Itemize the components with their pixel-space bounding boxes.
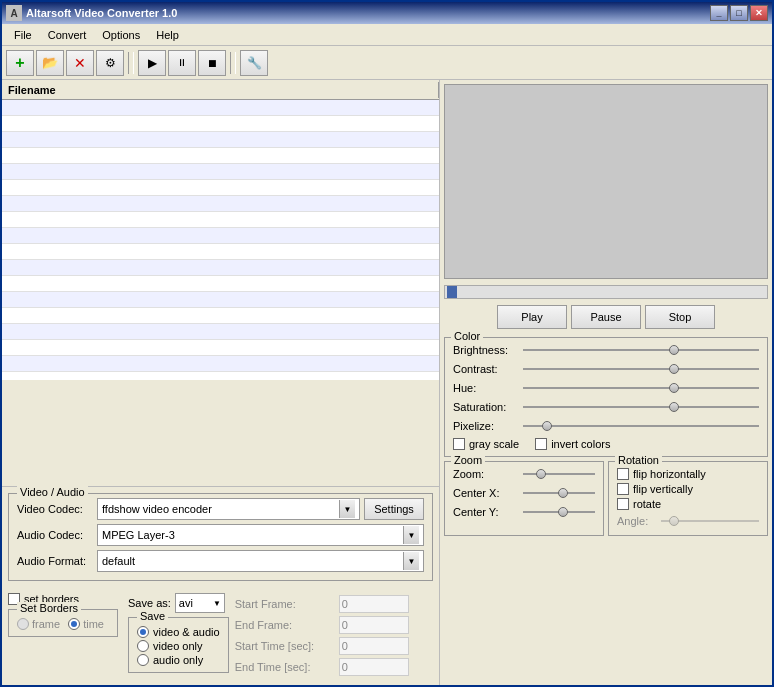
- flip-h-option: flip horizontally: [617, 468, 759, 480]
- menu-file[interactable]: File: [6, 27, 40, 43]
- time-radio[interactable]: [68, 618, 80, 630]
- pixelize-thumb[interactable]: [542, 421, 552, 431]
- invert-checkbox[interactable]: [535, 438, 547, 450]
- stop-button[interactable]: Stop: [645, 305, 715, 329]
- list-item: [2, 212, 439, 228]
- list-item: [2, 260, 439, 276]
- angle-slider[interactable]: [661, 513, 759, 529]
- grayscale-checkbox[interactable]: [453, 438, 465, 450]
- angle-row: Angle:: [617, 513, 759, 529]
- save-as-value: avi: [179, 597, 193, 609]
- toolbar-separator-2: [230, 52, 236, 74]
- list-item: [2, 164, 439, 180]
- video-only-radio[interactable]: [137, 640, 149, 652]
- brightness-thumb[interactable]: [669, 345, 679, 355]
- video-audio-option-label: video & audio: [153, 626, 220, 638]
- zoom-section: Zoom Zoom: Center X:: [444, 461, 604, 536]
- center-x-thumb[interactable]: [558, 488, 568, 498]
- frame-radio[interactable]: [17, 618, 29, 630]
- grayscale-label: gray scale: [469, 438, 519, 450]
- saturation-slider[interactable]: [523, 399, 759, 415]
- video-codec-arrow[interactable]: ▼: [339, 500, 355, 518]
- pixelize-label: Pixelize:: [453, 420, 523, 432]
- toolbar-stop-button[interactable]: ⏹: [198, 50, 226, 76]
- hue-thumb[interactable]: [669, 383, 679, 393]
- audio-format-arrow[interactable]: ▼: [403, 552, 419, 570]
- color-checkboxes: gray scale invert colors: [453, 438, 759, 450]
- main-content: Filename: [2, 80, 772, 685]
- flip-v-checkbox[interactable]: [617, 483, 629, 495]
- end-time-label: End Time [sec]:: [235, 661, 335, 673]
- pixelize-slider[interactable]: [523, 418, 759, 434]
- contrast-slider[interactable]: [523, 361, 759, 377]
- audio-codec-row: Audio Codec: MPEG Layer-3 ▼: [17, 524, 424, 546]
- center-x-label: Center X:: [453, 487, 523, 499]
- audio-format-combo[interactable]: default ▼: [97, 550, 424, 572]
- rotation-section-title: Rotation: [615, 454, 662, 466]
- start-time-label: Start Time [sec]:: [235, 640, 335, 652]
- rotate-label: rotate: [633, 498, 661, 510]
- window-title: Altarsoft Video Converter 1.0: [26, 7, 177, 19]
- video-only-option: video only: [137, 640, 220, 652]
- close-button[interactable]: ✕: [750, 5, 768, 21]
- start-time-input[interactable]: [339, 637, 409, 655]
- zoom-slider[interactable]: [523, 466, 595, 482]
- remove-button[interactable]: ✕: [66, 50, 94, 76]
- play-button[interactable]: Play: [497, 305, 567, 329]
- list-item: [2, 180, 439, 196]
- end-time-input[interactable]: [339, 658, 409, 676]
- list-item: [2, 196, 439, 212]
- zoom-thumb[interactable]: [536, 469, 546, 479]
- toolbar-pause-button[interactable]: ⏸: [168, 50, 196, 76]
- angle-thumb[interactable]: [669, 516, 679, 526]
- save-as-arrow[interactable]: ▼: [213, 599, 221, 608]
- menu-convert[interactable]: Convert: [40, 27, 95, 43]
- center-y-thumb[interactable]: [558, 507, 568, 517]
- options-button[interactable]: ⚙: [96, 50, 124, 76]
- grayscale-option: gray scale: [453, 438, 519, 450]
- save-options: video & audio video only audio only: [137, 626, 220, 666]
- maximize-button[interactable]: □: [730, 5, 748, 21]
- video-audio-radio[interactable]: [137, 626, 149, 638]
- contrast-thumb[interactable]: [669, 364, 679, 374]
- save-as-combo[interactable]: avi ▼: [175, 593, 225, 613]
- audio-only-option: audio only: [137, 654, 220, 666]
- add-file-button[interactable]: +: [6, 50, 34, 76]
- file-list-container[interactable]: Filename: [2, 80, 439, 487]
- set-borders-group: Set Borders frame time: [8, 609, 118, 637]
- color-section: Color Brightness: Contrast:: [444, 337, 768, 457]
- toolbar-play-button[interactable]: ▶: [138, 50, 166, 76]
- minimize-button[interactable]: _: [710, 5, 728, 21]
- center-x-slider[interactable]: [523, 485, 595, 501]
- rotate-checkbox[interactable]: [617, 498, 629, 510]
- hue-slider[interactable]: [523, 380, 759, 396]
- settings-button[interactable]: Settings: [364, 498, 424, 520]
- time-option: time: [68, 618, 104, 630]
- zoom-label: Zoom:: [453, 468, 523, 480]
- hue-label: Hue:: [453, 382, 523, 394]
- saturation-thumb[interactable]: [669, 402, 679, 412]
- flip-h-checkbox[interactable]: [617, 468, 629, 480]
- end-frame-row: End Frame:: [235, 616, 409, 634]
- video-codec-combo[interactable]: ffdshow video encoder ▼: [97, 498, 360, 520]
- add-folder-button[interactable]: 📂: [36, 50, 64, 76]
- toolbar-separator-1: [128, 52, 134, 74]
- scrubber-thumb[interactable]: [447, 286, 457, 298]
- audio-only-radio[interactable]: [137, 654, 149, 666]
- menu-help[interactable]: Help: [148, 27, 187, 43]
- audio-format-label: Audio Format:: [17, 555, 97, 567]
- list-item: [2, 132, 439, 148]
- end-frame-input[interactable]: [339, 616, 409, 634]
- menu-bar: File Convert Options Help: [2, 24, 772, 46]
- scrubber[interactable]: [444, 285, 768, 299]
- pause-button[interactable]: Pause: [571, 305, 641, 329]
- list-item: [2, 100, 439, 116]
- audio-codec-combo[interactable]: MPEG Layer-3 ▼: [97, 524, 424, 546]
- audio-codec-arrow[interactable]: ▼: [403, 526, 419, 544]
- toolbar-settings-button[interactable]: 🔧: [240, 50, 268, 76]
- brightness-slider[interactable]: [523, 342, 759, 358]
- menu-options[interactable]: Options: [94, 27, 148, 43]
- center-y-slider[interactable]: [523, 504, 595, 520]
- start-frame-input[interactable]: [339, 595, 409, 613]
- start-time-row: Start Time [sec]:: [235, 637, 409, 655]
